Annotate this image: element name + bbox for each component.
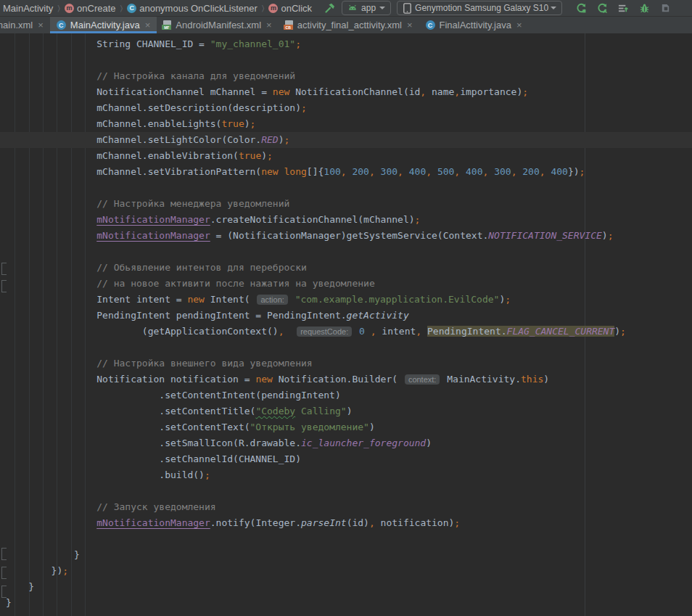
code-editor[interactable]: String CHANNEL_ID = "my_channel_01"; // …: [0, 33, 692, 616]
run-configuration-chooser[interactable]: app: [342, 1, 391, 15]
layout-file-icon: CB: [285, 20, 293, 30]
phone-icon: [403, 3, 411, 13]
code-line[interactable]: [6, 340, 692, 356]
code-line[interactable]: // на новое активити после нажатия на ув…: [6, 276, 692, 292]
close-icon[interactable]: ×: [516, 20, 522, 30]
apply-changes-restart-icon[interactable]: [575, 2, 588, 15]
tab-ity-main-xml[interactable]: ity_main.xml×: [0, 17, 50, 33]
svg-text:A: A: [604, 8, 608, 14]
code-line[interactable]: // Настройка внешнего вида уведомления: [6, 356, 692, 371]
code-line[interactable]: String CHANNEL_ID = "my_channel_01";: [6, 36, 692, 52]
code-line[interactable]: .setSmallIcon(R.drawable.ic_launcher_for…: [6, 435, 692, 451]
breadcrumb-separator: 〉: [262, 4, 265, 13]
breadcrumb-separator: 〉: [57, 4, 60, 13]
code-line[interactable]: // Запуск уведомления: [6, 499, 692, 515]
manifest-file-icon: MF: [163, 20, 171, 30]
close-icon[interactable]: ×: [38, 20, 44, 30]
chevron-down-icon: [551, 7, 556, 9]
code-line[interactable]: mNotificationManager = (NotificationMana…: [6, 228, 692, 244]
breadcrumb-item[interactable]: monCreate: [63, 3, 117, 14]
android-studio-window: MainActivity〉monCreate〉Canonymous OnClic…: [0, 0, 692, 616]
code-line[interactable]: mNotificationManager.createNotificationC…: [6, 212, 692, 228]
tab-label: AndroidManifest.xml: [176, 20, 261, 30]
code-line[interactable]: mChannel.setDescription(description);: [6, 100, 692, 116]
debug-icon[interactable]: [638, 2, 651, 15]
stop-icon[interactable]: [659, 2, 672, 15]
code-line[interactable]: mChannel.enableVibration(true);: [6, 148, 692, 164]
code-line[interactable]: (getApplicationContext(), requestCode: 0…: [6, 324, 692, 340]
tab-label: activity_final_acttivity.xml: [297, 20, 402, 30]
tab-androidmanifest-xml[interactable]: MFAndroidManifest.xml×: [157, 17, 278, 33]
tab-activity-final-acttivity-xml[interactable]: CBactivity_final_acttivity.xml×: [279, 17, 419, 33]
code-line[interactable]: .setContentText("Открыть уведомление"): [6, 419, 692, 435]
breadcrumb-item[interactable]: monClick: [267, 3, 313, 14]
chevron-down-icon: [379, 7, 385, 9]
method-icon: m: [268, 4, 278, 13]
code-line[interactable]: .setChannelId(CHANNEL_ID): [6, 451, 692, 467]
breadcrumb-label: onClick: [281, 3, 312, 14]
code-line[interactable]: [6, 52, 692, 68]
code-line[interactable]: .setContentTitle("Codeby Calling"): [6, 403, 692, 419]
code-line[interactable]: // Обьявление интентов для переброски: [6, 260, 692, 276]
tab-finalacttivity-java[interactable]: CFinalActtivity.java×: [419, 17, 529, 33]
device-label: Genymotion Samsung Galaxy S10: [415, 3, 548, 13]
run-actions: A: [575, 2, 672, 15]
code-line[interactable]: .setContentIntent(pendingIntent): [6, 387, 692, 403]
breadcrumb-label: MainActivity: [3, 3, 53, 14]
code-line[interactable]: NotificationChannel mChannel = new Notif…: [6, 84, 692, 100]
code-line[interactable]: [6, 483, 692, 499]
breadcrumb-item[interactable]: MainActivity: [1, 3, 54, 14]
close-icon[interactable]: ×: [407, 20, 413, 30]
profiler-icon[interactable]: [617, 2, 630, 15]
code-line[interactable]: [6, 244, 692, 260]
class-file-icon: C: [57, 20, 66, 30]
breadcrumb-separator: 〉: [120, 4, 123, 13]
device-chooser[interactable]: Genymotion Samsung Galaxy S10: [397, 1, 562, 15]
breadcrumb-label: onCreate: [77, 3, 115, 14]
code-line[interactable]: PendingIntent pendingIntent = PendingInt…: [6, 308, 692, 324]
breadcrumb-label: anonymous OnClickListener: [139, 3, 258, 14]
code-line[interactable]: mChannel.setVibrationPattern(new long[]{…: [6, 164, 692, 180]
breadcrumb-item[interactable]: Canonymous OnClickListener: [125, 3, 259, 14]
code-line[interactable]: }: [6, 579, 692, 595]
breadcrumb: MainActivity〉monCreate〉Canonymous OnClic…: [0, 0, 313, 16]
code-line[interactable]: [6, 531, 692, 547]
code-line[interactable]: }: [6, 595, 692, 611]
class-file-icon: C: [426, 20, 435, 30]
code-line[interactable]: Intent intent = new Intent( action: "com…: [6, 292, 692, 308]
code-line[interactable]: mNotificationManager.notify(Integer.pars…: [6, 515, 692, 531]
code-line[interactable]: Notification notification = new Notifica…: [6, 371, 692, 387]
code-line[interactable]: mChannel.setLightColor(Color.RED);: [0, 132, 692, 148]
code-line[interactable]: }: [6, 547, 692, 563]
code-line[interactable]: });: [6, 563, 692, 579]
code-line[interactable]: // Настройка менеджера уведомлений: [6, 196, 692, 212]
tab-label: ity_main.xml: [0, 20, 33, 30]
build-icon[interactable]: [324, 2, 336, 15]
navigation-bar: MainActivity〉monCreate〉Canonymous OnClic…: [0, 0, 692, 17]
tab-label: FinalActtivity.java: [440, 20, 511, 30]
editor-tabs: ity_main.xml×CMainActivity.java×MFAndroi…: [0, 17, 692, 34]
android-icon: [347, 3, 358, 13]
tab-mainactivity-java[interactable]: CMainActivity.java×: [50, 17, 157, 33]
close-icon[interactable]: ×: [145, 20, 151, 30]
code-text[interactable]: String CHANNEL_ID = "my_channel_01"; // …: [0, 33, 692, 611]
run-configuration-label: app: [361, 3, 376, 13]
method-icon: m: [65, 4, 74, 13]
code-line[interactable]: .build();: [6, 467, 692, 483]
anonymous-class-icon: C: [127, 4, 136, 13]
code-line[interactable]: mChannel.enableLights(true);: [6, 116, 692, 132]
run-toolbar: app Genymotion Samsung Galaxy S10 A: [324, 1, 692, 15]
code-line[interactable]: [6, 180, 692, 196]
close-icon[interactable]: ×: [266, 20, 272, 30]
apply-code-changes-icon[interactable]: A: [596, 2, 609, 15]
code-line[interactable]: // Настройка канала для уведомлений: [6, 68, 692, 84]
tab-label: MainActivity.java: [70, 20, 140, 30]
